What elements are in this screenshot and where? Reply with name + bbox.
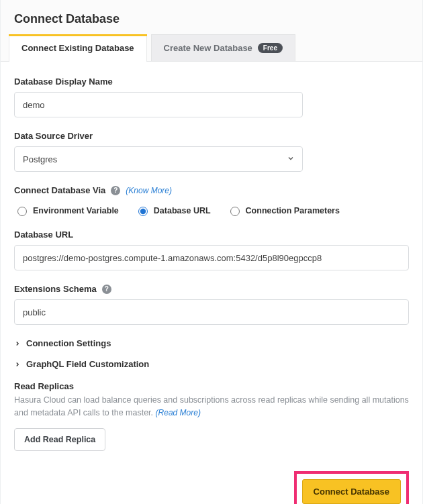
display-name-group: Database Display Name <box>14 77 409 117</box>
connection-settings-toggle[interactable]: Connection Settings <box>14 338 409 348</box>
page-title: Connect Database <box>1 0 422 34</box>
ext-schema-label: Extensions Schema <box>14 284 97 294</box>
radio-database-url-input[interactable] <box>138 207 148 216</box>
tab-create-new[interactable]: Create New Database Free <box>151 34 295 61</box>
radio-env-var[interactable]: Environment Variable <box>14 205 119 216</box>
connect-via-group: Connect Database Via ? (Know More) Envir… <box>14 185 409 216</box>
read-replicas-desc: Hasura Cloud can load balance queries an… <box>14 394 409 420</box>
form-content: Database Display Name Data Source Driver… <box>1 62 422 504</box>
radio-label: Environment Variable <box>33 206 119 215</box>
tab-label: Create New Database <box>164 43 252 53</box>
driver-select[interactable]: Postgres <box>14 146 303 172</box>
help-icon: ? <box>102 285 111 294</box>
chevron-right-icon <box>14 340 21 347</box>
free-badge: Free <box>258 43 283 53</box>
know-more-link[interactable]: (Know More) <box>126 186 172 195</box>
radio-conn-params-input[interactable] <box>230 207 240 216</box>
ext-schema-group: Extensions Schema ? <box>14 284 409 325</box>
radio-label: Connection Parameters <box>246 206 340 215</box>
read-more-link[interactable]: (Read More) <box>156 408 201 417</box>
add-read-replica-button[interactable]: Add Read Replica <box>14 428 105 451</box>
connect-database-page: Connect Database Connect Existing Databa… <box>0 0 423 504</box>
read-replicas-title: Read Replicas <box>14 381 409 391</box>
form-footer: Connect Database <box>14 451 409 504</box>
read-replicas-desc-text: Hasura Cloud can load balance queries an… <box>14 395 409 417</box>
expand-label: Connection Settings <box>26 338 111 348</box>
display-name-input[interactable] <box>14 92 303 117</box>
radio-database-url[interactable]: Database URL <box>135 205 211 216</box>
driver-label: Data Source Driver <box>14 131 93 141</box>
db-url-input[interactable] <box>14 245 409 270</box>
db-url-label: Database URL <box>14 230 73 240</box>
display-name-label: Database Display Name <box>14 77 113 87</box>
db-url-group: Database URL <box>14 230 409 270</box>
radio-env-var-input[interactable] <box>17 207 27 216</box>
chevron-right-icon <box>14 361 21 368</box>
connect-database-button[interactable]: Connect Database <box>302 479 401 504</box>
radio-label: Database URL <box>154 206 211 215</box>
help-icon: ? <box>111 186 120 195</box>
ext-schema-input[interactable] <box>14 299 409 325</box>
tab-label: Connect Existing Database <box>21 43 134 53</box>
highlight-frame: Connect Database <box>294 471 409 504</box>
connect-via-radios: Environment Variable Database URL Connec… <box>14 205 409 216</box>
graphql-customization-toggle[interactable]: GraphQL Field Customization <box>14 359 409 369</box>
radio-conn-params[interactable]: Connection Parameters <box>227 205 340 216</box>
connect-via-label: Connect Database Via <box>14 185 105 195</box>
tabs: Connect Existing Database Create New Dat… <box>1 34 422 62</box>
tab-connect-existing[interactable]: Connect Existing Database <box>9 34 147 61</box>
expand-label: GraphQL Field Customization <box>26 359 149 369</box>
driver-group: Data Source Driver Postgres <box>14 131 409 172</box>
